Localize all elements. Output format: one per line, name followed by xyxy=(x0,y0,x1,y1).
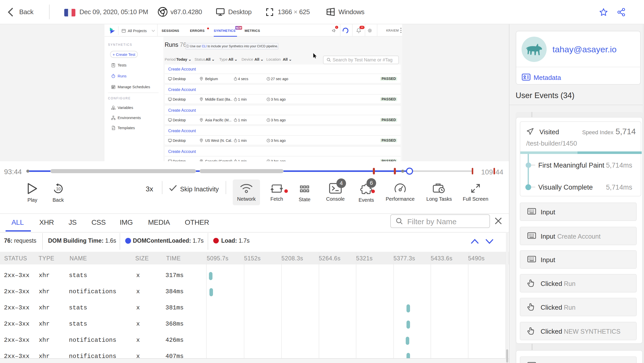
svg-text:10: 10 xyxy=(56,187,61,191)
